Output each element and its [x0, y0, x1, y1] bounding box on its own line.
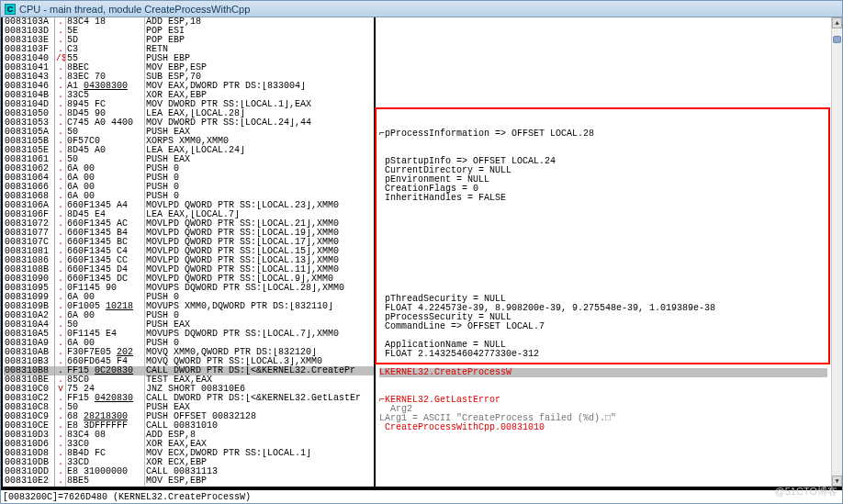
- info-line: [379, 102, 827, 111]
- addr-cell[interactable]: 0083106A: [4, 201, 54, 210]
- bytes-column: 83C4 185E5DC3558BEC83EC 70A1 0430830033C…: [66, 17, 145, 487]
- addr-cell[interactable]: 008310D6: [4, 440, 54, 449]
- vertical-scrollbar[interactable]: ▲ ▼: [831, 17, 842, 487]
- marker-cell: .: [55, 302, 65, 311]
- addr-cell[interactable]: 008310AB: [4, 348, 54, 357]
- addr-cell[interactable]: 0083106F: [4, 210, 54, 219]
- addr-cell[interactable]: 00831090: [4, 274, 54, 284]
- info-line: ⌐KERNEL32.GetLastError: [379, 396, 827, 405]
- disasm-cell: XOR ECX,EBP: [145, 458, 374, 467]
- marker-cell: .: [55, 366, 65, 375]
- addr-cell[interactable]: 00831077: [4, 229, 54, 238]
- addr-cell[interactable]: 008310DD: [4, 467, 54, 476]
- bytes-cell: 50: [66, 128, 144, 137]
- addr-cell[interactable]: 0083107C: [4, 238, 54, 247]
- scroll-thumb[interactable]: [833, 36, 841, 43]
- info-line: [379, 203, 827, 212]
- addr-cell[interactable]: 0083103A: [4, 17, 54, 27]
- addr-cell[interactable]: 008310C9: [4, 412, 54, 421]
- bytes-cell: 660F1345 A4: [66, 201, 144, 210]
- addr-cell[interactable]: 008310A4: [4, 320, 54, 330]
- addr-cell[interactable]: 00831081: [4, 247, 54, 256]
- bytes-cell: 0F1145 E4: [66, 330, 144, 339]
- addr-cell[interactable]: 00831046: [4, 82, 54, 91]
- addr-cell[interactable]: 0083104B: [4, 91, 54, 100]
- addr-cell[interactable]: 0083104D: [4, 100, 54, 109]
- addr-cell[interactable]: 00831040: [4, 54, 54, 63]
- addr-cell[interactable]: 00831095: [4, 284, 54, 293]
- addr-cell[interactable]: 008310B8: [4, 366, 54, 375]
- addr-cell[interactable]: 008310A9: [4, 339, 54, 348]
- info-line: [379, 56, 827, 65]
- addr-cell[interactable]: 00831099: [4, 293, 54, 302]
- info-line: CommandLine => OFFSET LOCAL.7: [379, 322, 827, 331]
- addr-cell[interactable]: 008310B3: [4, 357, 54, 366]
- addr-cell[interactable]: 0083103F: [4, 45, 54, 54]
- addr-cell[interactable]: 00831061: [4, 155, 54, 164]
- disasm-cell: MOVUPS DQWORD PTR SS:[LOCAL.7],XMM0: [145, 330, 374, 339]
- addr-cell[interactable]: 00831068: [4, 192, 54, 201]
- disasm-cell: PUSH EAX: [145, 403, 374, 412]
- addr-cell[interactable]: 008310A2: [4, 311, 54, 320]
- addr-cell[interactable]: 008310C0: [4, 385, 54, 394]
- disasm-cell: MOVLPD QWORD PTR SS:[LOCAL.11],XMM0: [145, 265, 374, 274]
- addr-cell[interactable]: 00831053: [4, 118, 54, 128]
- info-line: [379, 38, 827, 47]
- bytes-cell: 55: [66, 54, 144, 63]
- addr-cell[interactable]: 0083108B: [4, 265, 54, 274]
- marker-cell: .: [55, 311, 65, 320]
- addr-cell[interactable]: 008310C2: [4, 394, 54, 403]
- addr-cell[interactable]: 0083109B: [4, 302, 54, 311]
- addr-cell[interactable]: 00831072: [4, 219, 54, 229]
- scroll-up-arrow[interactable]: ▲: [832, 17, 842, 28]
- marker-cell: .: [55, 137, 65, 146]
- addr-cell[interactable]: 008310BE: [4, 375, 54, 385]
- marker-cell: .: [55, 247, 65, 256]
- addr-cell[interactable]: 00831041: [4, 63, 54, 73]
- disasm-cell: POP EBP: [145, 36, 374, 45]
- disasm-cell: MOVLPD QWORD PTR SS:[LOCAL.9],XMM0: [145, 274, 374, 284]
- addr-cell[interactable]: 008310C8: [4, 403, 54, 412]
- addr-cell[interactable]: 00831064: [4, 174, 54, 183]
- disasm-cell: CALL 00831113: [145, 467, 374, 476]
- marker-cell: .: [55, 375, 65, 385]
- addr-cell[interactable]: 00831086: [4, 256, 54, 265]
- bytes-cell: 6A 00: [66, 164, 144, 174]
- addr-cell[interactable]: 00831066: [4, 183, 54, 192]
- info-line: [379, 276, 827, 286]
- bytes-cell: C3: [66, 45, 144, 54]
- bytes-cell: 660F1345 AC: [66, 219, 144, 229]
- titlebar[interactable]: C CPU - main thread, module CreateProces…: [1, 1, 842, 17]
- addr-cell[interactable]: 008310DB: [4, 458, 54, 467]
- addr-cell[interactable]: 0083105A: [4, 128, 54, 137]
- addr-cell[interactable]: 00831062: [4, 164, 54, 174]
- marker-cell: .: [55, 284, 65, 293]
- addr-cell[interactable]: 0083103D: [4, 27, 54, 36]
- addr-cell[interactable]: 00831050: [4, 109, 54, 118]
- addr-cell[interactable]: 008310CE: [4, 421, 54, 431]
- addr-cell[interactable]: 008310E2: [4, 476, 54, 486]
- addr-cell[interactable]: 0083105B: [4, 137, 54, 146]
- bytes-cell: 75 24: [66, 385, 144, 394]
- bytes-cell: 85C0: [66, 375, 144, 385]
- marker-cell: .: [55, 183, 65, 192]
- disasm-cell: RETN: [145, 45, 374, 54]
- addr-cell[interactable]: 008310A5: [4, 330, 54, 339]
- addr-cell[interactable]: 008310D8: [4, 449, 54, 458]
- marker-cell: .: [55, 348, 65, 357]
- disasm-column: ADD ESP,18POP ESIPOP EBPRETNPUSH EBPMOV …: [145, 17, 374, 487]
- bytes-cell: 50: [66, 155, 144, 164]
- marker-cell: .: [55, 109, 65, 118]
- disasm-cell: PUSH EAX: [145, 320, 374, 330]
- addr-cell[interactable]: 0083103E: [4, 36, 54, 45]
- disasm-cell: MOV EAX,DWORD PTR DS:[833004]: [145, 82, 374, 91]
- info-pane[interactable]: ⌐pProcessInformation => OFFSET LOCAL.28 …: [376, 17, 842, 487]
- disasm-cell: PUSH EAX: [145, 155, 374, 164]
- addr-cell[interactable]: 008310D3: [4, 431, 54, 440]
- disasm-cell: MOVUPS XMM0,DQWORD PTR DS:[832110]: [145, 302, 374, 311]
- info-line: [379, 451, 827, 460]
- addr-cell[interactable]: 0083105E: [4, 146, 54, 155]
- addr-cell[interactable]: 00831043: [4, 73, 54, 82]
- disasm-cell: PUSH 0: [145, 174, 374, 183]
- disassembly-pane[interactable]: 0083103A0083103D0083103E0083103F00831040…: [4, 17, 376, 487]
